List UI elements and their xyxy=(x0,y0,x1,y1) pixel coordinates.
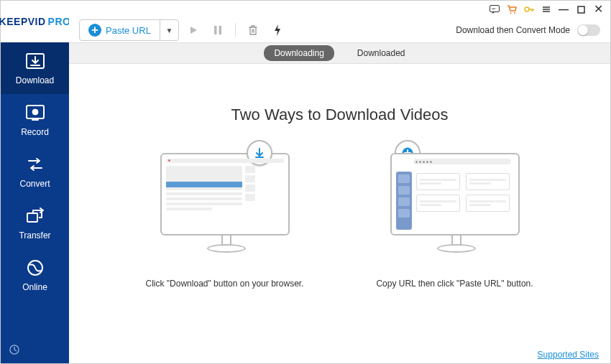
paste-url-button-group: + Paste URL ▼ xyxy=(79,19,179,41)
paste-url-label: Paste URL xyxy=(106,25,151,36)
transfer-icon xyxy=(25,206,45,226)
sidebar-footer xyxy=(1,336,69,363)
tab-downloaded[interactable]: Downloaded xyxy=(347,45,415,61)
pause-button[interactable] xyxy=(208,20,228,40)
sidebar-item-convert[interactable]: Convert xyxy=(1,146,69,197)
way1-text: Click "Download" button on your browser. xyxy=(146,277,304,290)
history-icon[interactable] xyxy=(9,345,19,355)
sidebar-item-label: Record xyxy=(21,127,49,137)
online-icon xyxy=(25,258,45,278)
minimize-icon[interactable]: — xyxy=(559,4,569,14)
paste-url-button[interactable]: + Paste URL xyxy=(80,20,160,40)
sidebar-item-label: Transfer xyxy=(19,230,50,241)
convert-icon xyxy=(25,154,45,174)
menu-icon[interactable] xyxy=(541,4,551,14)
svg-point-10 xyxy=(510,12,512,14)
record-icon xyxy=(25,103,45,123)
sidebar-item-transfer[interactable]: Transfer xyxy=(1,197,69,249)
app-logo: KEEPVID PRO xyxy=(1,1,69,42)
toolbar: + Paste URL ▼ Download then Convert Mode xyxy=(69,18,610,42)
key-icon[interactable] xyxy=(524,4,534,14)
flash-button[interactable] xyxy=(267,20,288,40)
content: Two Ways to Download Videos xyxy=(69,64,610,346)
sidebar-item-download[interactable]: Download xyxy=(1,42,69,94)
mode-label: Download then Convert Mode xyxy=(456,25,570,35)
convert-mode-toggle[interactable] xyxy=(577,24,600,36)
sidebar: KEEPVID PRO Download Record Convert xyxy=(1,1,69,363)
monitor-illustration xyxy=(390,153,520,235)
svg-text:•••: ••• xyxy=(492,6,496,11)
footer: Supported Sites xyxy=(69,346,610,363)
logo-brand: KEEPVID xyxy=(0,16,46,27)
way-browser: Click "Download" button on your browser. xyxy=(146,153,304,290)
svg-point-12 xyxy=(525,7,529,11)
paste-url-dropdown[interactable]: ▼ xyxy=(160,20,178,40)
svg-rect-17 xyxy=(214,26,217,34)
headline: Two Ways to Download Videos xyxy=(231,106,448,124)
tab-downloading[interactable]: Downloading xyxy=(264,45,334,61)
download-icon xyxy=(25,51,45,71)
sidebar-item-label: Convert xyxy=(19,179,50,189)
message-icon[interactable]: ••• xyxy=(490,4,500,14)
cart-icon[interactable] xyxy=(507,4,517,14)
svg-rect-18 xyxy=(219,26,221,34)
sidebar-item-label: Download xyxy=(16,75,54,85)
maximize-icon[interactable] xyxy=(576,4,586,14)
supported-sites-link[interactable]: Supported Sites xyxy=(538,350,599,360)
svg-point-11 xyxy=(514,12,515,14)
way-paste: Copy URL then click "Paste URL" button. xyxy=(376,153,534,290)
play-button[interactable] xyxy=(183,20,203,40)
trash-button[interactable] xyxy=(243,20,263,40)
sidebar-item-online[interactable]: Online xyxy=(1,249,69,301)
svg-point-3 xyxy=(32,109,38,115)
svg-rect-5 xyxy=(27,213,37,222)
logo-suffix: PRO xyxy=(48,16,71,27)
svg-rect-16 xyxy=(578,6,584,13)
plus-icon: + xyxy=(88,24,101,37)
monitor-illustration xyxy=(160,153,290,235)
sidebar-item-record[interactable]: Record xyxy=(1,94,69,146)
titlebar: ••• — ✕ xyxy=(69,1,610,18)
tabbar: Downloading Downloaded xyxy=(69,42,610,64)
sidebar-item-label: Online xyxy=(22,282,47,292)
close-icon[interactable]: ✕ xyxy=(593,4,603,14)
way2-text: Copy URL then click "Paste URL" button. xyxy=(376,277,533,290)
separator xyxy=(235,23,236,37)
main-area: ••• — ✕ + xyxy=(69,1,610,363)
